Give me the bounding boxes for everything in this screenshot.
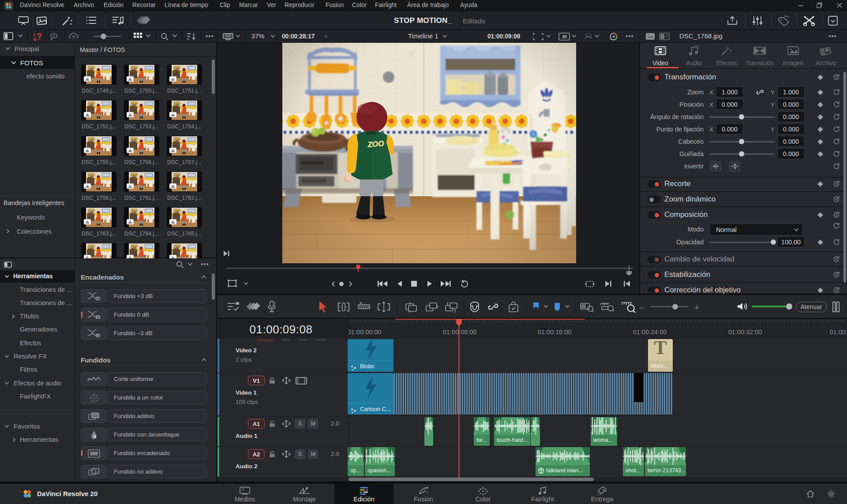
- svg-text:HQ: HQ: [563, 36, 567, 38]
- svg-text:-3: -3: [97, 334, 100, 338]
- svg-text:0: 0: [97, 315, 99, 319]
- svg-text:+3: +3: [96, 297, 100, 301]
